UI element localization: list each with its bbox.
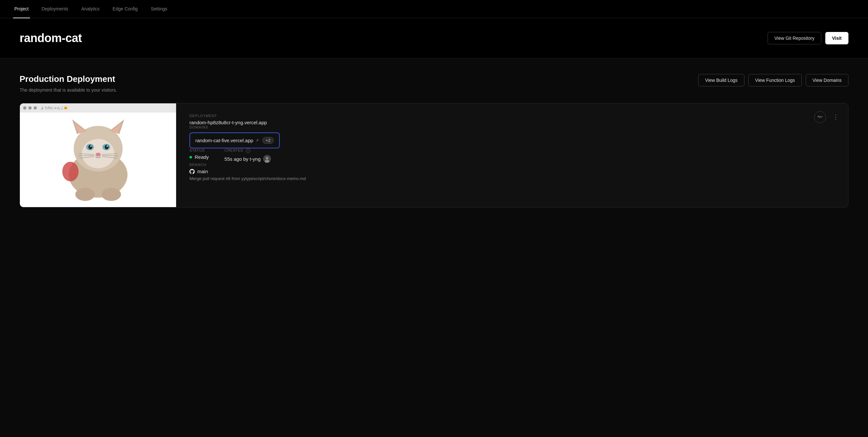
status-created-row: STATUS Ready CREATED i 55s ago by t-yng	[189, 148, 838, 163]
commit-message: Merge pull request #6 from yytypescript/…	[189, 176, 838, 181]
domains-section: DOMAINS random-cat-five.vercel.app ↗ +2	[189, 125, 838, 148]
created-info-icon: i	[246, 148, 250, 153]
svg-point-12	[90, 146, 92, 147]
visit-button[interactable]: Visit	[825, 32, 848, 44]
activity-button[interactable]	[814, 111, 826, 123]
browser-title: ようのにゃんこ🐱	[41, 106, 67, 110]
header-buttons: View Git Repository Visit	[768, 32, 848, 44]
branch-name: main	[197, 168, 208, 174]
created-value: 55s ago by t-yng	[224, 155, 271, 163]
domain-link[interactable]: random-cat-five.vercel.app ↗	[195, 137, 259, 143]
view-git-repository-button[interactable]: View Git Repository	[768, 32, 822, 44]
prod-subtitle: The deployment that is available to your…	[20, 87, 117, 93]
deployment-label: DEPLOYMENT	[189, 114, 838, 118]
status-dot	[189, 156, 192, 158]
card-preview: ようのにゃんこ🐱	[20, 103, 177, 207]
cat-image	[53, 110, 144, 201]
status-value: Ready	[189, 154, 209, 160]
avatar-image	[263, 155, 271, 163]
status-text: Ready	[195, 154, 209, 160]
branch-section: BRANCH main Merge pull request #6 from y…	[189, 163, 838, 181]
svg-point-11	[105, 145, 108, 149]
branch-label: BRANCH	[189, 163, 838, 167]
browser-bar: ようのにゃんこ🐱	[20, 103, 176, 113]
view-build-logs-button[interactable]: View Build Logs	[698, 74, 744, 86]
card-top-actions: ⋮	[814, 111, 840, 123]
svg-point-14	[96, 153, 101, 157]
svg-point-10	[88, 145, 92, 149]
svg-point-25	[266, 157, 268, 159]
status-label: STATUS	[189, 148, 209, 152]
branch-value: main	[189, 168, 838, 174]
browser-dot-1	[23, 106, 26, 110]
domains-label: DOMAINS	[189, 125, 838, 129]
main-content: Production Deployment The deployment tha…	[0, 58, 868, 223]
card-info: ⋮ DEPLOYMENT random-hp8z8u8cr-t-yng.verc…	[177, 103, 848, 207]
svg-point-13	[106, 146, 108, 147]
browser-dot-3	[34, 106, 37, 110]
project-title: random-cat	[20, 31, 82, 45]
nav-item-project[interactable]: Project	[13, 0, 30, 18]
nav-item-settings[interactable]: Settings	[149, 0, 168, 18]
prod-section-title: Production Deployment	[20, 74, 117, 84]
domains-box: random-cat-five.vercel.app ↗ +2	[189, 132, 280, 148]
deployment-section: DEPLOYMENT random-hp8z8u8cr-t-yng.vercel…	[189, 114, 838, 125]
svg-point-23	[62, 162, 79, 181]
github-icon	[189, 169, 195, 174]
header-section: random-cat View Git Repository Visit	[0, 18, 868, 58]
view-domains-button[interactable]: View Domains	[806, 74, 848, 86]
domain-plus-badge: +2	[262, 137, 274, 144]
nav-item-edge-config[interactable]: Edge Config	[111, 0, 139, 18]
nav-item-deployments[interactable]: Deployments	[40, 0, 70, 18]
status-section: STATUS Ready	[189, 148, 209, 163]
browser-dot-2	[28, 106, 32, 110]
prod-title-area: Production Deployment The deployment tha…	[20, 74, 117, 93]
view-function-logs-button[interactable]: View Function Logs	[748, 74, 802, 86]
prod-actions: View Build Logs View Function Logs View …	[698, 74, 848, 86]
svg-point-21	[75, 188, 95, 201]
created-label: CREATED i	[224, 148, 271, 153]
nav-item-analytics[interactable]: Analytics	[80, 0, 101, 18]
activity-icon	[817, 115, 823, 120]
more-options-button[interactable]: ⋮	[831, 112, 840, 122]
domain-name: random-cat-five.vercel.app	[195, 137, 253, 143]
cat-image-wrapper	[20, 103, 176, 207]
avatar	[263, 155, 271, 163]
created-text: 55s ago by t-yng	[224, 156, 260, 162]
deployment-card: ようのにゃんこ🐱	[20, 103, 848, 208]
production-header: Production Deployment The deployment tha…	[20, 74, 848, 93]
top-nav: Project Deployments Analytics Edge Confi…	[0, 0, 868, 18]
deployment-url: random-hp8z8u8cr-t-yng.vercel.app	[189, 120, 838, 125]
external-link-icon: ↗	[255, 138, 259, 143]
created-section: CREATED i 55s ago by t-yng	[224, 148, 271, 163]
svg-point-22	[101, 188, 121, 201]
